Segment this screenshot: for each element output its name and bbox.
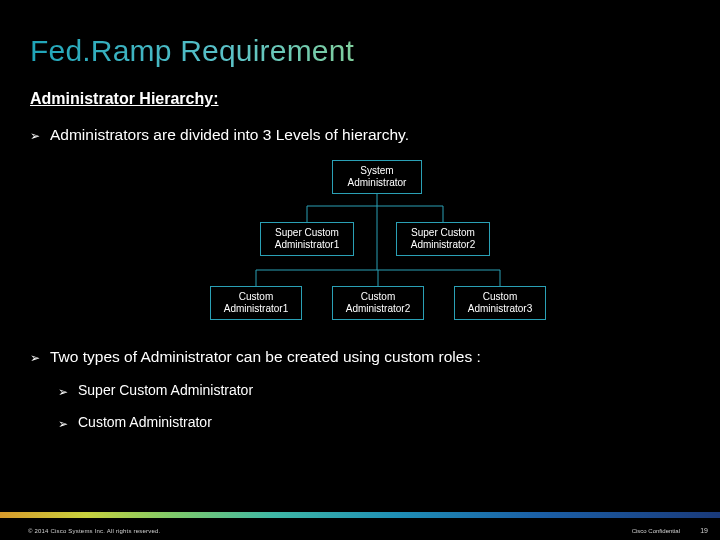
bullet-text: Two types of Administrator can be create… <box>50 348 481 366</box>
copyright-text: © 2014 Cisco Systems Inc. All rights res… <box>28 528 160 534</box>
slide-title: Fed.Ramp Requirement <box>30 34 690 68</box>
page-number: 19 <box>700 527 708 534</box>
bullet-item: ➢ Super Custom Administrator <box>30 382 690 402</box>
chevron-right-icon: ➢ <box>30 348 40 368</box>
accent-bar <box>0 512 720 518</box>
org-node-system-admin: System Administrator <box>332 160 422 194</box>
bullet-item: ➢ Administrators are divided into 3 Leve… <box>30 126 690 146</box>
section-heading: Administrator Hierarchy: <box>30 90 690 108</box>
bullet-text: Administrators are divided into 3 Levels… <box>50 126 409 144</box>
confidential-text: Cisco Confidential <box>632 528 680 534</box>
bullet-item: ➢ Custom Administrator <box>30 414 690 434</box>
org-node-custom2: Custom Administrator2 <box>332 286 424 320</box>
org-node-super1: Super Custom Administrator1 <box>260 222 354 256</box>
org-node-custom1: Custom Administrator1 <box>210 286 302 320</box>
org-node-super2: Super Custom Administrator2 <box>396 222 490 256</box>
chevron-right-icon: ➢ <box>58 414 68 434</box>
chevron-right-icon: ➢ <box>58 382 68 402</box>
bullet-text: Super Custom Administrator <box>78 382 253 398</box>
org-chart: System Administrator Super Custom Admini… <box>30 160 690 340</box>
org-node-custom3: Custom Administrator3 <box>454 286 546 320</box>
bullet-text: Custom Administrator <box>78 414 212 430</box>
chevron-right-icon: ➢ <box>30 126 40 146</box>
bullet-item: ➢ Two types of Administrator can be crea… <box>30 348 690 368</box>
slide: Fed.Ramp Requirement Administrator Hiera… <box>0 0 720 540</box>
